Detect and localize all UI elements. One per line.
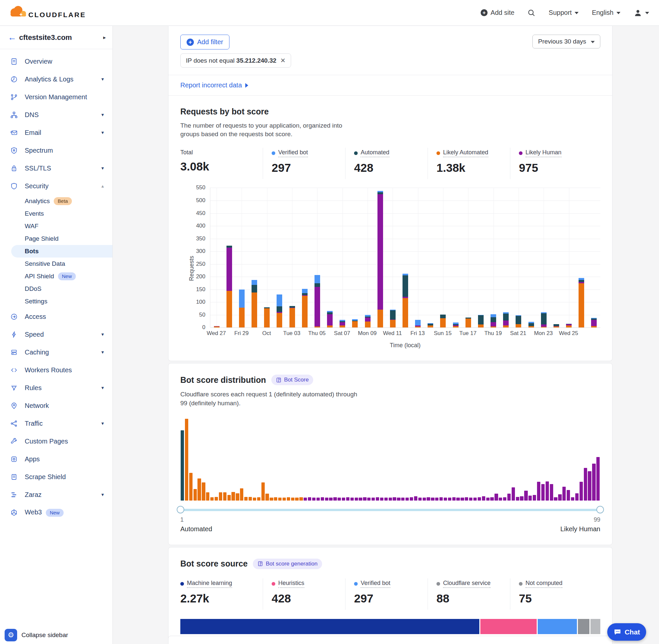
bar-segment-likely-human[interactable] <box>365 318 371 322</box>
histogram-bar-score-15[interactable] <box>240 488 243 501</box>
bar-segment-automated[interactable] <box>227 246 232 247</box>
bar-segment-likely-human[interactable] <box>541 324 547 327</box>
bar-segment-likely-automated[interactable] <box>440 318 446 328</box>
histogram-bar-score-49[interactable] <box>384 498 388 501</box>
bot-score-badge[interactable]: Bot Score <box>271 374 313 385</box>
bar-segment-likely-human[interactable] <box>214 326 219 327</box>
support-menu[interactable]: Support <box>548 9 579 17</box>
histogram-bar-score-86[interactable] <box>541 484 545 501</box>
bot-score-generation-badge[interactable]: Bot score generation <box>253 558 322 569</box>
bar-segment-automated[interactable] <box>566 324 572 324</box>
bar-segment-verified-bot[interactable] <box>503 312 509 314</box>
bar-segment-automated[interactable] <box>428 324 433 325</box>
sidebar-item-access[interactable]: Access <box>0 308 112 325</box>
histogram-bar-score-68[interactable] <box>465 497 468 501</box>
bar-segment-likely-automated[interactable] <box>428 325 433 327</box>
histogram-bar-score-7[interactable] <box>206 492 209 501</box>
chat-button[interactable]: Chat <box>607 623 646 641</box>
sidebar-item-rules[interactable]: Rules▾ <box>0 379 112 397</box>
histogram-bar-score-69[interactable] <box>469 498 472 501</box>
date-range-select[interactable]: Previous 30 days <box>533 34 600 48</box>
bar-segment-verified-bot[interactable] <box>478 315 484 316</box>
bar-segment-verified-bot[interactable] <box>239 290 244 308</box>
histogram-bar-score-54[interactable] <box>405 498 409 501</box>
bar-segment-likely-automated[interactable] <box>579 283 584 328</box>
sidebar-item-apps[interactable]: Apps <box>0 450 112 468</box>
bar-segment-verified-bot[interactable] <box>302 289 308 294</box>
slider-handle-min[interactable] <box>177 506 184 513</box>
histogram-bar-score-74[interactable] <box>490 497 494 501</box>
bar-segment-automated[interactable] <box>252 285 257 293</box>
histogram-bar-score-48[interactable] <box>380 498 383 501</box>
histogram-bar-score-52[interactable] <box>397 498 400 501</box>
histogram-bar-score-99[interactable] <box>596 457 600 500</box>
bar-segment-likely-automated[interactable] <box>227 291 232 328</box>
histogram-bar-score-33[interactable] <box>316 498 320 501</box>
histogram-bar-score-13[interactable] <box>231 492 235 501</box>
bar-segment-likely-automated[interactable] <box>277 313 282 328</box>
histogram-bar-score-26[interactable] <box>287 497 290 501</box>
histogram-bar-score-94[interactable] <box>575 493 579 501</box>
histogram-bar-score-84[interactable] <box>533 495 536 501</box>
histogram-bar-score-97[interactable] <box>588 471 591 501</box>
bar-segment-verified-bot[interactable] <box>339 320 345 322</box>
stat-label[interactable]: Verified bot <box>278 149 308 157</box>
collapse-sidebar-button[interactable]: Collapse sidebar <box>21 631 68 639</box>
bar-segment-likely-human[interactable] <box>339 322 345 325</box>
histogram-bar-score-92[interactable] <box>567 490 570 501</box>
histogram-bar-score-83[interactable] <box>528 496 532 501</box>
histogram-bar-score-91[interactable] <box>562 487 566 501</box>
bar-segment-likely-automated[interactable] <box>327 325 333 327</box>
language-menu[interactable]: English <box>592 9 620 17</box>
histogram-bar-score-63[interactable] <box>444 498 447 501</box>
slider-handle-max[interactable] <box>596 506 604 513</box>
sidebar-subitem-waf[interactable]: WAF <box>0 220 112 232</box>
bar-segment-likely-human[interactable] <box>402 297 408 298</box>
histogram-bar-score-73[interactable] <box>486 498 490 501</box>
histogram-bar-score-65[interactable] <box>452 497 455 501</box>
bar-segment-automated[interactable] <box>327 312 333 314</box>
sidebar-item-custom-pages[interactable]: Custom Pages <box>0 432 112 450</box>
bar-segment-automated[interactable] <box>466 318 471 319</box>
sidebar-item-caching[interactable]: Caching▾ <box>0 343 112 361</box>
sidebar-item-version-management[interactable]: Version Management <box>0 88 112 106</box>
sidebar-subitem-bots[interactable]: Bots <box>11 245 112 257</box>
bar-segment-likely-automated[interactable] <box>466 319 471 328</box>
bar-segment-verified-bot[interactable] <box>453 322 458 324</box>
histogram-bar-score-23[interactable] <box>274 497 277 501</box>
histogram-bar-score-38[interactable] <box>337 498 341 501</box>
bar-segment-likely-automated[interactable] <box>415 326 421 328</box>
close-icon[interactable]: ✕ <box>280 57 285 64</box>
histogram-bar-score-9[interactable] <box>215 497 218 501</box>
sidebar-item-analytics-logs[interactable]: Analytics & Logs▾ <box>0 70 112 88</box>
bar-segment-likely-human[interactable] <box>503 321 509 325</box>
histogram-bar-score-19[interactable] <box>257 497 260 501</box>
bar-segment-likely-automated[interactable] <box>365 322 371 328</box>
bar-segment-likely-human[interactable] <box>327 314 333 325</box>
histogram-bar-score-62[interactable] <box>440 497 443 501</box>
bar-segment-automated[interactable] <box>554 324 559 326</box>
sidebar-subitem-events[interactable]: Events <box>0 207 112 220</box>
histogram-bar-score-29[interactable] <box>299 497 303 501</box>
histogram-bar-score-30[interactable] <box>304 498 307 501</box>
sidebar-item-traffic[interactable]: Traffic▾ <box>0 414 112 432</box>
bar-segment-likely-automated[interactable] <box>390 320 396 327</box>
bar-segment-likely-automated[interactable] <box>566 325 572 328</box>
histogram-bar-score-36[interactable] <box>329 498 332 501</box>
histogram-bar-score-66[interactable] <box>456 498 460 501</box>
histogram-bar-score-41[interactable] <box>350 498 354 501</box>
histogram-bar-score-20[interactable] <box>261 482 265 501</box>
histogram-bar-score-27[interactable] <box>291 498 295 501</box>
account-menu[interactable] <box>634 8 649 17</box>
histogram-bar-score-88[interactable] <box>550 484 553 501</box>
histogram-bar-score-57[interactable] <box>418 498 422 501</box>
bar-segment-verified-bot[interactable] <box>277 295 282 306</box>
histogram-bar-score-96[interactable] <box>584 468 587 501</box>
histogram-bar-score-14[interactable] <box>236 493 239 501</box>
histogram-bar-score-81[interactable] <box>520 496 523 500</box>
bar-segment-automated[interactable] <box>289 306 295 308</box>
histogram-bar-score-59[interactable] <box>427 497 430 501</box>
histogram-bar-score-72[interactable] <box>482 496 485 500</box>
histogram-bar-score-18[interactable] <box>253 498 256 501</box>
stat-label[interactable]: Likely Automated <box>443 149 488 157</box>
